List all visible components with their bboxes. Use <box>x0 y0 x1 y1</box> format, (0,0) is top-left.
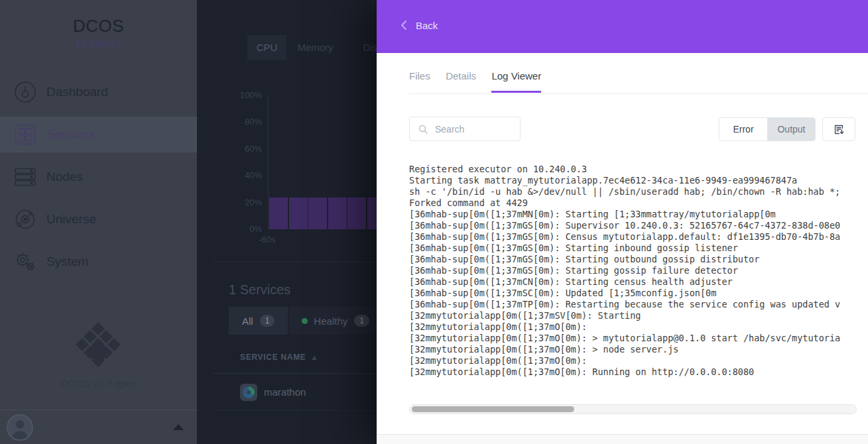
filter-healthy[interactable]: Healthy 1 <box>288 307 383 335</box>
service-filter-bar: All 1 Healthy 1 <box>229 307 383 335</box>
sidebar-item-universe[interactable]: Universe <box>0 201 197 237</box>
cpu-bar <box>347 197 366 229</box>
sidebar-item-label: Nodes <box>46 170 83 184</box>
download-log-button[interactable] <box>822 117 855 141</box>
y-tick: 60% <box>197 144 262 154</box>
cpu-bar <box>269 197 288 229</box>
sidebar-item-nodes[interactable]: Nodes <box>0 159 197 195</box>
filter-count-badge: 1 <box>260 315 275 327</box>
app-title: DCOS <box>0 16 197 36</box>
servers-icon <box>14 166 36 188</box>
sidebar: DCOS 10.240.0.2 Dashboard Services Nodes… <box>0 0 197 444</box>
marathon-service-icon <box>240 384 257 401</box>
modal-header: Back <box>377 0 868 53</box>
y-tick: 100% <box>197 90 262 100</box>
toggle-error[interactable]: Error <box>719 118 767 140</box>
cluster-ip: 10.240.0.2 <box>0 38 197 49</box>
sidebar-item-label: Services <box>46 127 95 142</box>
table-header-service-name[interactable]: SERVICE NAME <box>240 353 317 362</box>
search-input[interactable] <box>434 118 517 140</box>
y-tick: 40% <box>197 170 262 180</box>
cpu-bar <box>308 197 327 229</box>
grid-icon <box>14 123 36 146</box>
filter-all[interactable]: All 1 <box>229 307 288 335</box>
dcos-diamond-logo <box>76 322 121 367</box>
modal-tabs: Files Details Log Viewer <box>409 70 868 94</box>
sidebar-item-label: System <box>46 254 88 269</box>
search-icon <box>418 124 428 135</box>
horizontal-scrollbar[interactable] <box>409 404 857 414</box>
user-footer[interactable] <box>0 410 197 444</box>
scrollbar-thumb[interactable] <box>412 406 574 412</box>
search-box <box>409 117 521 141</box>
tab-details[interactable]: Details <box>446 70 476 92</box>
planet-icon <box>14 208 36 231</box>
cpu-usage-chart <box>268 95 387 229</box>
sidebar-item-label: Dashboard <box>46 85 108 99</box>
sidebar-item-services[interactable]: Services <box>0 117 197 152</box>
toggle-output[interactable]: Output <box>767 118 815 140</box>
chart-x-label: -60s <box>259 235 275 245</box>
cpu-bar <box>289 197 308 229</box>
resource-tab-memory[interactable]: Memory <box>286 35 344 60</box>
cpu-bar <box>328 197 347 229</box>
healthy-dot-icon <box>302 318 308 324</box>
sort-asc-icon <box>312 356 317 360</box>
tab-log-viewer[interactable]: Log Viewer <box>491 70 541 92</box>
download-log-icon <box>833 123 845 135</box>
service-name: marathon <box>264 374 306 411</box>
chevron-left-icon <box>399 19 410 31</box>
y-tick: 0% <box>197 224 262 234</box>
version-label: DC/OS v.1.7-open <box>0 378 197 389</box>
back-label: Back <box>416 20 438 31</box>
stream-toggle: Error Output <box>719 117 816 141</box>
y-tick: 20% <box>197 197 262 207</box>
sidebar-item-dashboard[interactable]: Dashboard <box>0 74 197 110</box>
sidebar-item-system[interactable]: System <box>0 244 197 280</box>
resource-tab-cpu[interactable]: CPU <box>247 35 286 60</box>
log-viewer-panel: Back Files Details Log Viewer Error Outp… <box>377 0 868 444</box>
log-output: Registered executor on 10.240.0.3 Starti… <box>409 164 857 380</box>
back-button[interactable]: Back <box>399 19 438 31</box>
gauge-icon <box>14 81 36 103</box>
services-heading: 1 Services <box>229 282 290 298</box>
app: DCOS 10.240.0.2 Dashboard Services Nodes… <box>0 0 868 444</box>
user-avatar[interactable] <box>7 414 33 441</box>
modal-footer <box>377 434 868 444</box>
y-tick: 80% <box>197 117 262 127</box>
sidebar-item-label: Universe <box>46 212 96 227</box>
collapse-caret-icon[interactable] <box>173 424 184 430</box>
gears-icon <box>14 250 36 273</box>
filter-count-badge: 1 <box>354 315 369 327</box>
tab-files[interactable]: Files <box>409 70 430 92</box>
